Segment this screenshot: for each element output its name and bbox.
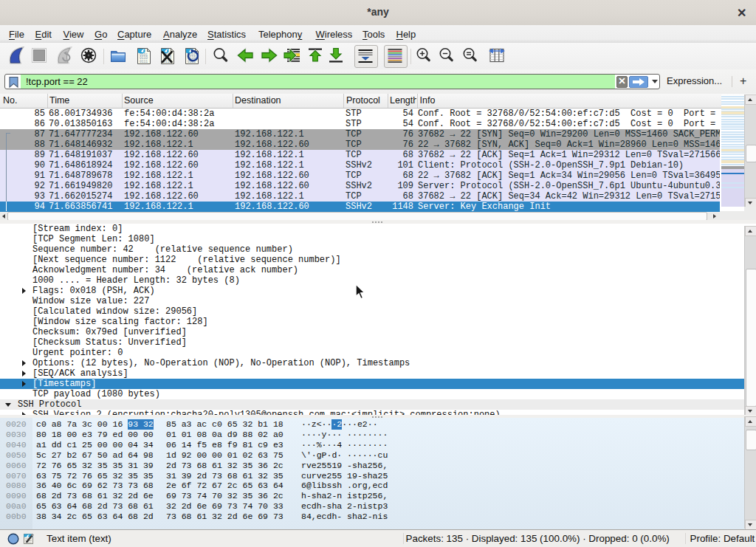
svg-text:0111: 0111 <box>140 60 148 63</box>
